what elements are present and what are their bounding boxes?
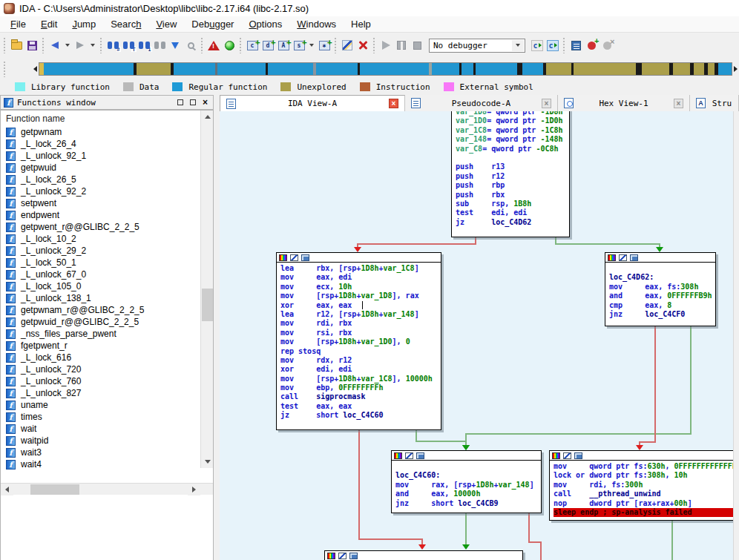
breakpoint-delete-icon[interactable] — [600, 39, 614, 52]
menu-search[interactable]: Search — [103, 17, 148, 31]
node-group-icon[interactable] — [349, 553, 358, 559]
scroll-right-icon[interactable] — [188, 484, 200, 495]
graph-canvas[interactable]: var_1D8= qword ptr -1D8hvar_1D0= qword p… — [220, 111, 733, 560]
node-edit-icon[interactable] — [619, 254, 627, 261]
string-caret-icon[interactable] — [309, 44, 314, 47]
debug-pause-icon[interactable] — [395, 39, 408, 52]
debugger-select[interactable]: No debugger — [429, 39, 525, 53]
node-group-icon[interactable] — [574, 452, 582, 459]
navband-right-arrow-icon[interactable] — [734, 66, 738, 72]
back-caret-icon[interactable] — [65, 44, 70, 47]
tab-stru[interactable]: AStru — [690, 95, 739, 111]
toolbar-grip[interactable] — [239, 37, 243, 53]
delete-icon[interactable] — [356, 39, 370, 52]
menu-debugger[interactable]: Debugger — [184, 17, 241, 31]
close-icon[interactable]: × — [203, 99, 208, 105]
function-row[interactable]: fsetpwent — [1, 197, 213, 209]
function-row[interactable]: f_L_unlock_92_1 — [1, 150, 213, 162]
functions-panel-titlebar[interactable]: f Functions window × — [0, 95, 214, 110]
scroll-left-icon[interactable] — [1, 484, 13, 495]
search-text-icon[interactable]: T — [122, 39, 135, 52]
tab-ida-view-a[interactable]: IDA View-A× — [220, 95, 405, 111]
menu-help[interactable]: Help — [344, 17, 378, 31]
add-struct-icon[interactable]: ✱ — [318, 39, 331, 52]
column-header-function-name[interactable]: Function name — [1, 111, 213, 126]
function-row[interactable]: f_nss_files_parse_pwent — [1, 328, 213, 340]
node-edit-icon[interactable] — [338, 553, 346, 559]
edit-icon[interactable] — [341, 39, 354, 52]
run-c-icon[interactable]: c — [546, 39, 559, 52]
function-row[interactable]: ftimes — [1, 411, 213, 423]
node-edit-icon[interactable] — [563, 452, 571, 459]
add-data-icon[interactable]: d — [261, 39, 275, 52]
function-row[interactable]: fgetpwuid_r@@GLIBC_2_2_5 — [1, 316, 213, 328]
toolbar-grip[interactable] — [99, 37, 103, 53]
function-row[interactable]: f_L_unlock_720 — [1, 363, 213, 375]
forward-caret-icon[interactable] — [91, 44, 95, 47]
function-row[interactable]: f_L_unlock_29_2 — [1, 245, 213, 257]
node-edit-icon[interactable] — [405, 452, 413, 459]
hscroll-thumb[interactable] — [30, 484, 79, 495]
add-string-icon[interactable]: s — [292, 39, 306, 52]
navband-grip[interactable] — [3, 61, 7, 77]
menu-file[interactable]: File — [3, 17, 33, 31]
save-file-icon[interactable] — [25, 39, 39, 52]
toolbar-grip[interactable] — [372, 37, 376, 53]
node-color-icon[interactable] — [608, 254, 616, 261]
node-color-icon[interactable] — [552, 452, 560, 459]
function-row[interactable]: f_L_lock_26_4 — [1, 138, 213, 150]
node-color-icon[interactable] — [327, 553, 335, 559]
function-row[interactable]: f_L_lock_105_0 — [1, 280, 213, 292]
function-row[interactable]: f_L_unlock_827 — [1, 387, 213, 399]
back-arrow-icon[interactable] — [48, 39, 62, 52]
float-icon[interactable] — [190, 99, 196, 105]
basic-block-bottom-right[interactable]: mov qword ptr fs:630h, 0FFFFFFFFFFFFFFFF… — [549, 450, 733, 521]
search-hex-icon[interactable]: # — [106, 39, 119, 52]
search-imm-icon[interactable]: 1 — [137, 39, 151, 52]
step-c-icon[interactable]: c — [531, 39, 544, 52]
menu-options[interactable]: Options — [241, 17, 289, 31]
menu-edit[interactable]: Edit — [33, 17, 65, 31]
function-row[interactable]: f_L_lock_50_1 — [1, 257, 213, 269]
function-row[interactable]: fgetpwuid — [1, 162, 213, 174]
toolbar-grip[interactable] — [562, 37, 566, 53]
node-color-icon[interactable] — [394, 452, 402, 459]
vscroll-thumb[interactable] — [202, 289, 213, 321]
function-row[interactable]: fwait — [1, 423, 213, 435]
toolbar-grip[interactable] — [42, 37, 45, 53]
toolbar-grip[interactable] — [334, 37, 338, 53]
breakpoint-list-icon[interactable] — [569, 39, 582, 52]
function-row[interactable]: fendpwent — [1, 209, 213, 221]
tab-close-icon[interactable]: × — [389, 99, 398, 108]
function-row[interactable]: fgetpwent_r@@GLIBC_2_2_5 — [1, 221, 213, 233]
function-list-hscrollbar[interactable] — [1, 483, 214, 495]
add-code-icon[interactable]: c — [246, 39, 259, 52]
toolbar-grip[interactable] — [3, 37, 7, 53]
basic-block-bottom-mid[interactable]: loc_C4C60:mov rax, [rsp+1D8h+var_148]and… — [391, 450, 542, 513]
node-edit-icon[interactable] — [290, 254, 298, 261]
pane-splitter[interactable] — [214, 95, 220, 560]
add-name-icon[interactable]: A — [277, 39, 290, 52]
open-file-icon[interactable] — [10, 39, 23, 52]
jump-address-icon[interactable] — [168, 39, 182, 52]
function-row[interactable]: fgetpwnam — [1, 126, 213, 138]
maximize-icon[interactable] — [177, 99, 183, 105]
function-row[interactable]: f_L_lock_10_2 — [1, 233, 213, 245]
function-row[interactable]: fwait3 — [1, 447, 213, 458]
menu-jump[interactable]: Jump — [65, 17, 103, 31]
scroll-up-icon[interactable] — [201, 111, 214, 123]
scroll-down-icon[interactable] — [201, 455, 214, 468]
function-list-vscrollbar[interactable] — [200, 111, 213, 468]
basic-block-left-mid[interactable]: lea rbx, [rsp+1D8h+var_1C8]mov eax, edim… — [276, 252, 441, 430]
forward-arrow-icon[interactable] — [73, 39, 87, 52]
tab-pseudocode-a[interactable]: Pseudocode-A× — [405, 95, 558, 111]
debug-start-icon[interactable] — [379, 39, 393, 52]
node-group-icon[interactable] — [416, 452, 424, 459]
navigation-band[interactable] — [39, 62, 732, 76]
search-lock-icon[interactable] — [184, 39, 197, 52]
menu-view[interactable]: View — [148, 17, 184, 31]
function-row[interactable]: fwaitpid — [1, 435, 213, 447]
function-row[interactable]: funame — [1, 399, 213, 411]
function-row[interactable]: f_L_lock_26_5 — [1, 174, 213, 185]
analysis-indicator-icon[interactable] — [223, 39, 236, 52]
